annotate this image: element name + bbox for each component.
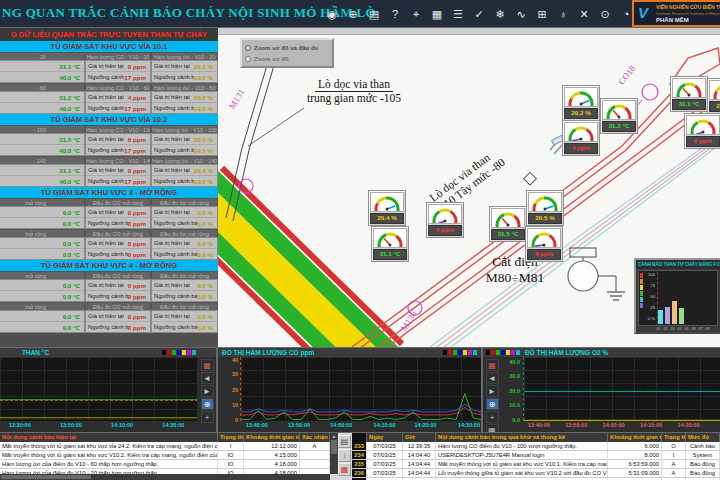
pan-icon[interactable]: + <box>486 411 499 423</box>
column-header: Mức độ <box>686 433 720 442</box>
value-unit: ppm <box>133 313 146 320</box>
gauge-unit: °C <box>511 230 518 237</box>
gauge-%-3[interactable]: 20.5 % <box>526 190 564 226</box>
value-unit: °C <box>73 251 80 258</box>
grid-icon[interactable]: ▦ <box>486 424 499 432</box>
current-line: Giá trị hiện tại0.0 °C <box>0 238 84 249</box>
table-row[interactable]: 23307/03/2512:39:35Hàm lượng CO điểm đo … <box>352 442 720 451</box>
trend-chart-icon[interactable]: ∿ <box>514 6 528 22</box>
co-chart-plot[interactable] <box>240 357 481 421</box>
zoom-option-diagram-and-sensors[interactable]: Zoom sơ đồ và đầu đo <box>245 42 329 53</box>
gauge-dial-icon <box>527 228 561 248</box>
value-unit: °C <box>73 282 80 289</box>
location-pin-icon[interactable]: ⌖ <box>409 6 423 22</box>
y-tick: 40.0 <box>509 359 520 365</box>
zoom-option-diagram[interactable]: Zoom sơ đồ <box>245 53 329 64</box>
co-panel-header: Hàm lượng CO - V10 - 20 <box>85 52 151 60</box>
temp-chart-x-axis: 13:30:0013:50:0014:10:0014:30:00 <box>0 421 197 431</box>
temp-chart-plot[interactable] <box>0 357 197 421</box>
value-unit: ppm <box>133 240 146 247</box>
skip-start-icon[interactable]: ◄ <box>486 372 499 384</box>
threshold-line: Ngưỡng cảnh báo17 ppm <box>86 72 150 82</box>
scrollbar-thumb[interactable] <box>331 440 337 454</box>
network-icon[interactable]: ♁ <box>556 6 570 22</box>
table-row[interactable]: 23607/03/2514:04:44Lỗi truyền thông giữa… <box>352 469 720 478</box>
gauge-%-6[interactable]: 20.2 % <box>562 85 600 121</box>
co-panel-box: Giá trị hiện tại0 ppmNgưỡng cảnh báo0 pp… <box>85 279 151 302</box>
temp-panel-box: Giá trị hiện tại31.1 °CNgưỡng cảnh báo40… <box>0 60 85 83</box>
value-label: Ngưỡng cảnh báo <box>152 251 197 257</box>
co-chart-title-bar: ĐỒ THỊ HÀM LƯỢNG CO ppm <box>218 348 481 357</box>
table-row[interactable]: Hàm lượng ôxi của điểm đo V10 - 60 thấp … <box>0 460 330 469</box>
gauge-clock-icon[interactable]: ◔ <box>619 6 633 22</box>
check-icon[interactable]: ✓ <box>472 6 486 22</box>
table-row[interactable]: 23407/03/2514:04:40USER\DESKTOP-J5U7E4R … <box>352 451 720 460</box>
scroll-up-icon[interactable]: ▲ <box>332 433 337 439</box>
clock-icon[interactable]: ⊕ <box>346 6 360 22</box>
skip-end-icon[interactable]: ► <box>201 385 214 397</box>
gauge-%-0[interactable]: 20.4 % <box>368 190 406 226</box>
gauge-C-4[interactable]: 31.5 °C <box>489 206 527 242</box>
skip-end-icon[interactable]: ► <box>486 385 499 397</box>
gauge-dial-icon <box>491 208 525 228</box>
power-icon[interactable]: ⊙ <box>598 6 612 22</box>
pan-icon[interactable]: + <box>201 411 214 423</box>
oxi-panel-box: Giá trị hiện tại0.0 %Ngưỡng cảnh báo0.0 … <box>151 237 218 260</box>
co-panel-box: Giá trị hiện tại4 ppmNgưỡng cảnh báo17 p… <box>85 91 151 114</box>
value-number: 19.5 <box>194 74 206 81</box>
gauge-C-8[interactable]: 31.2 °C <box>600 98 638 134</box>
table-cell: Mất truyền thông với tủ giám sát khu vực… <box>0 442 218 450</box>
skip-start-icon[interactable]: ◄ <box>201 372 214 384</box>
table-cell: O <box>662 442 686 450</box>
report-button[interactable]: ▦ <box>338 463 351 476</box>
table-row[interactable]: 23507/03/2514:04:44Mất truyền thông với … <box>352 460 720 469</box>
sliders-icon[interactable]: ☰ <box>451 6 465 22</box>
oxi-threshold-value: 0.0 % <box>197 324 217 331</box>
threshold-line: Ngưỡng cảnh báo0.0 % <box>152 249 217 259</box>
gauge-ppm-7[interactable]: 4 ppm <box>562 120 600 156</box>
threshold-line: Ngưỡng cảnh báo40.0 °C <box>0 145 84 155</box>
fuzzy-warning-panel: CẢNH BÁO THAN TỰ CHÁY BẰNG FUZZY 1007550… <box>634 258 720 334</box>
co-panel: Đầu đo CO mở rộngGiá trị hiện tại0 ppmNg… <box>85 198 151 229</box>
export-button[interactable]: ↓ <box>338 449 351 462</box>
oxi-panel: Đầu đo ôxi mở rộngGiá trị hiện tại0.0 %N… <box>151 229 218 260</box>
value-unit: °C <box>73 324 80 331</box>
current-alarm-scrollbar[interactable]: ▲ <box>330 433 338 474</box>
gauge-ppm-1[interactable]: 0 ppm <box>426 202 464 238</box>
value-unit: % <box>207 324 213 331</box>
table-row[interactable]: Mất truyền thông với tủ giám sát khu vực… <box>0 442 330 451</box>
main-toolbar: ◉⊕▤?⌖▦☰✓❄∿⊞♁✕⊙◔ <box>325 0 633 27</box>
oxi-panel: Hàm lượng ôxi - V10 - 20Giá trị hiện tại… <box>151 52 218 83</box>
help-icon[interactable]: ? <box>388 6 402 22</box>
gauge-C-2[interactable]: 31.1 °C <box>371 226 409 262</box>
fuzzy-x-axis: 0102030405060708 <box>656 327 718 331</box>
tools-icon[interactable]: ✕ <box>577 6 591 22</box>
printer-icon[interactable]: ▤ <box>367 6 381 22</box>
calendar-icon[interactable]: ▦ <box>201 359 214 371</box>
value-unit: ppm <box>133 167 146 174</box>
dial-svg <box>603 101 635 119</box>
gauge-C-9[interactable]: 31.1 °C <box>670 76 708 112</box>
oxi-panel-box: Giá trị hiện tại20.4 %Ngưỡng cảnh báo19.… <box>151 164 218 187</box>
zoom-icon[interactable]: ⊕ <box>486 398 499 410</box>
report-search-icon[interactable]: ⊞ <box>535 6 549 22</box>
snowflake-icon[interactable]: ❄ <box>493 6 507 22</box>
zoom-option-label: Zoom sơ đồ <box>254 56 289 62</box>
zoom-icon[interactable]: ⊕ <box>201 398 214 410</box>
gauge-%-10[interactable]: 20.3 % <box>707 78 720 114</box>
value-number: 0.0 <box>63 220 72 227</box>
temp-panel: mở rộngGiá trị hiện tại0.0 °CNgưỡng cảnh… <box>0 302 85 333</box>
y-tick: 30.0 <box>509 373 520 379</box>
gauge-value: 20.2 <box>571 109 583 116</box>
table-row[interactable]: Mất truyền thông với tủ giám sát khu vực… <box>0 451 330 460</box>
gauge-ppm-11[interactable]: 0 ppm <box>684 113 720 149</box>
current-alarm-hscrollbar[interactable] <box>0 474 330 480</box>
o2-chart-plot[interactable] <box>523 357 720 421</box>
print-button[interactable]: ▤ <box>338 435 351 448</box>
save-icon[interactable]: ▦ <box>430 6 444 22</box>
binoculars-icon[interactable]: ◉ <box>325 6 339 22</box>
fuzzy-xtick: 01 <box>656 327 661 331</box>
calendar-icon[interactable]: ▦ <box>486 359 499 371</box>
gauge-ppm-5[interactable]: 6 ppm <box>525 226 563 262</box>
scrollbar-thumb[interactable] <box>1 475 91 479</box>
